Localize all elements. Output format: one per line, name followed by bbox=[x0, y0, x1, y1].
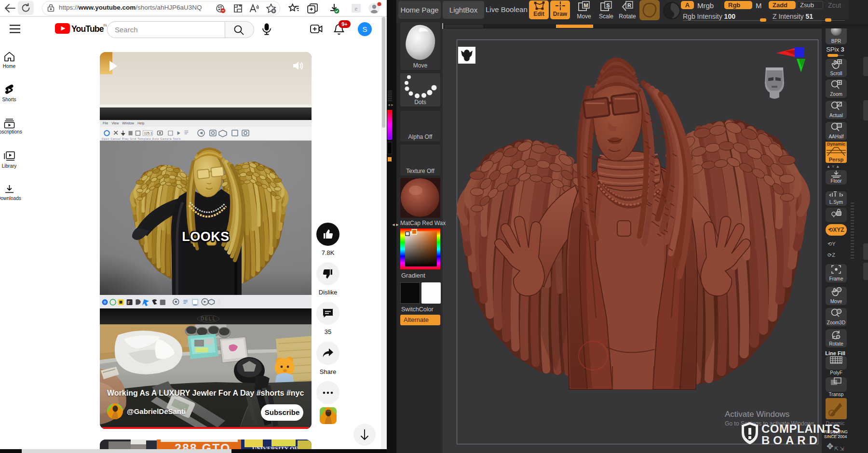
svg-text:F: F bbox=[128, 301, 130, 305]
svg-text:M: M bbox=[583, 2, 588, 8]
svg-text:S: S bbox=[606, 2, 610, 8]
svg-text:125.1: 125.1 bbox=[144, 132, 152, 135]
svg-text:e: e bbox=[355, 5, 358, 12]
svg-text:IN: IN bbox=[103, 23, 107, 27]
svg-text:R: R bbox=[627, 2, 631, 8]
svg-text:YouTube: YouTube bbox=[71, 24, 104, 34]
